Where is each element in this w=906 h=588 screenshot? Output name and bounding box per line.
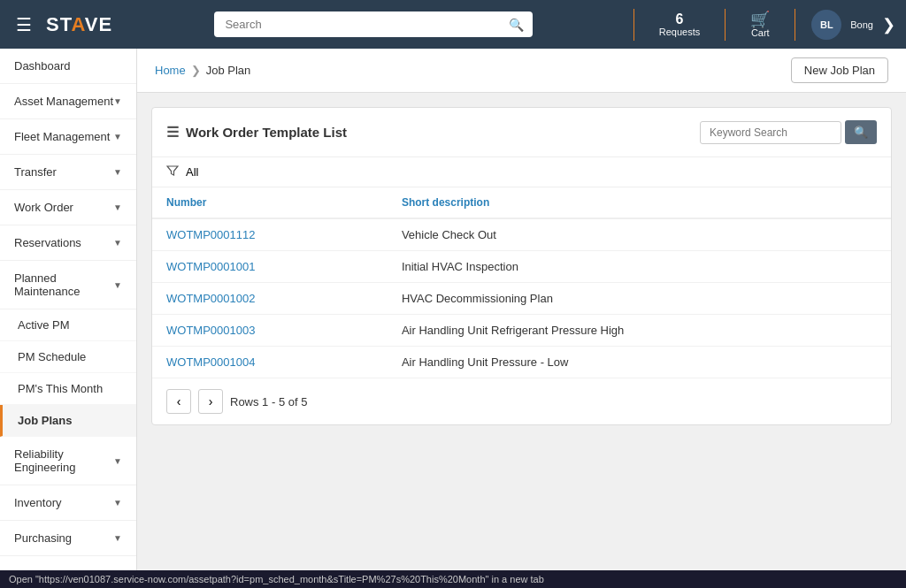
keyword-search-button[interactable]: 🔍 (845, 120, 877, 144)
breadcrumb-current: Job Plan (206, 64, 251, 77)
table-row[interactable]: WOTMP0001001Initial HVAC Inspection (152, 251, 891, 283)
pagination-text: Rows 1 - 5 of 5 (230, 395, 307, 409)
list-icon: ☰ (166, 124, 179, 141)
table-row[interactable]: WOTMP0001003Air Handling Unit Refrigeran… (152, 315, 891, 347)
column-short-description[interactable]: Short description (388, 187, 891, 218)
chevron-down-icon: ▼ (113, 498, 122, 508)
main-layout: Dashboard Asset Management ▼ Fleet Manag… (0, 49, 906, 570)
sidebar-label-fleet-management: Fleet Management (14, 130, 110, 143)
sidebar-label-purchasing: Purchasing (14, 531, 72, 545)
cell-number: WOTMP0001004 (152, 347, 388, 378)
sidebar-item-active-pm[interactable]: Active PM (0, 309, 136, 341)
table-header: Number Short description (152, 187, 891, 218)
prev-page-button[interactable]: ‹ (166, 389, 191, 414)
sidebar-item-asset-management[interactable]: Asset Management ▼ (0, 84, 136, 119)
filter-bar: All (152, 157, 891, 187)
sidebar-label-reliability-engineering: Reliability Engineering (14, 447, 113, 474)
sidebar-label-work-order: Work Order (14, 201, 73, 214)
table-row[interactable]: WOTMP0001112Vehicle Check Out (152, 218, 891, 251)
chevron-down-icon: ▼ (113, 167, 122, 177)
top-navigation: ☰ STAVE 🔍 6 Requests 🛒 Cart BL Bong ❯ (0, 0, 906, 49)
work-order-template-panel: ☰ Work Order Template List 🔍 All (151, 107, 892, 425)
work-order-table: Number Short description WOTMP0001112Veh… (152, 187, 891, 378)
search-icon: 🔍 (509, 18, 524, 32)
breadcrumb-bar: Home ❯ Job Plan New Job Plan (137, 49, 906, 93)
table-row[interactable]: WOTMP0001002HVAC Decommissioning Plan (152, 283, 891, 315)
status-bar-text: Open "https://ven01087.service-now.com/a… (9, 574, 544, 584)
status-bar: Open "https://ven01087.service-now.com/a… (0, 570, 906, 588)
avatar[interactable]: BL (811, 10, 841, 40)
chevron-down-icon: ▼ (113, 238, 122, 248)
cell-short-description: Vehicle Check Out (388, 218, 891, 251)
cell-short-description: HVAC Decommissioning Plan (388, 283, 891, 315)
keyword-search-input[interactable] (700, 121, 841, 144)
chevron-down-icon: ▼ (113, 456, 122, 466)
sidebar-label-asset-management: Asset Management (14, 95, 113, 108)
panel-title-text: Work Order Template List (186, 125, 347, 140)
requests-label: Requests (659, 27, 700, 37)
sidebar-item-job-plans[interactable]: Job Plans (0, 405, 136, 437)
chevron-down-icon: ▼ (113, 202, 122, 212)
hamburger-menu[interactable]: ☰ (11, 9, 37, 41)
sidebar-label-transfer: Transfer (14, 165, 57, 179)
nav-divider-1 (633, 9, 634, 41)
new-job-plan-button[interactable]: New Job Plan (791, 57, 888, 83)
panel-title: ☰ Work Order Template List (166, 124, 347, 141)
sidebar-item-reliability-engineering[interactable]: Reliability Engineering ▼ (0, 437, 136, 485)
table-header-row: Number Short description (152, 187, 891, 218)
global-search-wrap: 🔍 (214, 11, 533, 37)
sidebar-item-dashboard[interactable]: Dashboard (0, 49, 136, 84)
chevron-down-icon: ▼ (113, 96, 122, 106)
sidebar-label-job-plans: Job Plans (18, 414, 72, 427)
sidebar-label-pms-this-month: PM's This Month (18, 382, 103, 395)
filter-icon (166, 164, 179, 179)
sidebar-item-transfer[interactable]: Transfer ▼ (0, 155, 136, 190)
chevron-down-icon: ▼ (113, 280, 122, 290)
user-name[interactable]: Bong (850, 19, 873, 30)
sidebar-item-inventory[interactable]: Inventory ▼ (0, 485, 136, 521)
nav-divider-3 (795, 9, 795, 41)
sidebar-item-pm-schedule[interactable]: PM Schedule (0, 341, 136, 373)
requests-button[interactable]: 6 Requests (650, 9, 709, 41)
chevron-down-icon: ▼ (113, 132, 122, 141)
sidebar-label-planned-maintenance: Planned Maintenance (14, 271, 113, 298)
cart-label: Cart (751, 27, 770, 38)
sidebar-item-work-order[interactable]: Work Order ▼ (0, 190, 136, 225)
sidebar-label-pm-schedule: PM Schedule (18, 350, 86, 363)
column-number[interactable]: Number (152, 187, 388, 218)
breadcrumb-separator: ❯ (191, 64, 201, 77)
sidebar-item-purchasing[interactable]: Purchasing ▼ (0, 521, 136, 556)
search-input[interactable] (214, 11, 533, 37)
cart-icon: 🛒 (750, 11, 770, 27)
sidebar-item-reservations[interactable]: Reservations ▼ (0, 225, 136, 261)
sidebar-item-fleet-management[interactable]: Fleet Management ▼ (0, 119, 136, 155)
chevron-down-icon: ▼ (113, 533, 122, 543)
cell-number: WOTMP0001112 (152, 218, 388, 251)
panel-header: ☰ Work Order Template List 🔍 (152, 108, 891, 157)
requests-count: 6 (676, 12, 684, 27)
table-row[interactable]: WOTMP0001004Air Handling Unit Pressure -… (152, 347, 891, 378)
main-content: Home ❯ Job Plan New Job Plan ☰ Work Orde… (137, 49, 906, 570)
cell-short-description: Initial HVAC Inspection (388, 251, 891, 283)
sidebar-item-planned-maintenance[interactable]: Planned Maintenance ▼ (0, 261, 136, 309)
sidebar-label-active-pm: Active PM (18, 318, 70, 332)
sidebar-item-pms-this-month[interactable]: PM's This Month (0, 373, 136, 405)
cell-number: WOTMP0001002 (152, 283, 388, 315)
cell-short-description: Air Handling Unit Refrigerant Pressure H… (388, 315, 891, 347)
breadcrumb-home[interactable]: Home (155, 64, 186, 77)
sidebar-label-inventory: Inventory (14, 496, 61, 509)
app-logo: STAVE (46, 13, 112, 36)
filter-all-label[interactable]: All (186, 165, 198, 179)
sidebar-label-reservations: Reservations (14, 236, 81, 249)
cart-button[interactable]: 🛒 Cart (741, 8, 779, 42)
sidebar: Dashboard Asset Management ▼ Fleet Manag… (0, 49, 137, 570)
sidebar-label-dashboard: Dashboard (14, 59, 71, 73)
table-body: WOTMP0001112Vehicle Check OutWOTMP000100… (152, 218, 891, 378)
nav-divider-2 (725, 9, 726, 41)
next-page-button[interactable]: › (198, 389, 223, 414)
pagination: ‹ › Rows 1 - 5 of 5 (152, 378, 891, 424)
keyword-search-wrap: 🔍 (700, 120, 877, 144)
cell-number: WOTMP0001003 (152, 315, 388, 347)
breadcrumb: Home ❯ Job Plan (155, 64, 250, 77)
nav-expand-icon[interactable]: ❯ (882, 15, 895, 34)
